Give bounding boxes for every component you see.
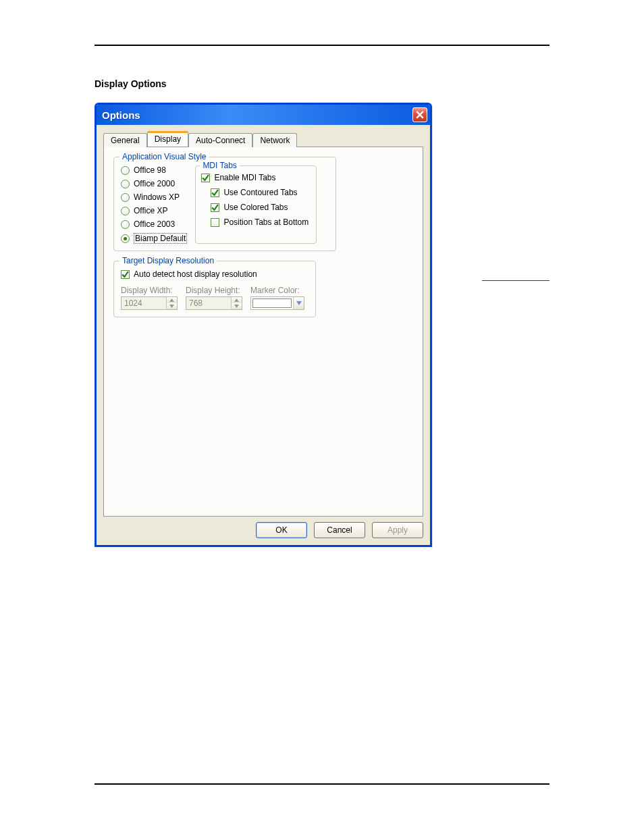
group-mdi-tabs: MDI Tabs Enable MDI Tabs [195,165,317,244]
label-marker-color: Marker Color: [250,286,304,295]
radio-biamp-default[interactable]: Biamp Default [121,233,187,244]
close-button[interactable] [412,107,427,122]
spinner-down[interactable] [232,303,242,309]
radio-icon [121,207,130,215]
checkbox-icon [211,218,219,227]
close-icon [416,111,424,119]
combo-marker-color[interactable] [250,296,304,310]
checkbox-icon [121,270,130,279]
spinner-display-height[interactable] [186,296,242,310]
chevron-up-icon [234,298,239,302]
visual-style-radios: Office 98 Office 2000 Windows XP [121,165,187,244]
radio-label: Office 98 [134,165,166,175]
checkbox-label: Use Colored Tabs [223,203,288,212]
checkbox-colored-tabs[interactable]: Use Colored Tabs [211,203,311,212]
radio-label: Office 2000 [134,179,175,188]
radio-office-98[interactable]: Office 98 [121,165,187,175]
checkbox-label: Position Tabs at Bottom [223,217,308,227]
radio-office-2003[interactable]: Office 2003 [121,219,187,229]
chevron-up-icon [169,298,174,302]
cancel-button[interactable]: Cancel [314,522,365,538]
color-swatch [252,298,292,308]
spinner-up[interactable] [232,297,242,303]
checkbox-auto-detect-resolution[interactable]: Auto detect host display resolution [121,269,308,279]
radio-windows-xp[interactable]: Windows XP [121,192,187,202]
dialog-button-row: OK Cancel Apply [97,517,430,545]
combo-dropdown-button[interactable] [293,297,304,309]
radio-office-2000[interactable]: Office 2000 [121,179,187,188]
tab-auto-connect[interactable]: Auto-Connect [188,133,252,147]
input-display-height[interactable] [186,297,231,309]
tab-display[interactable]: Display [147,131,188,147]
group-visual-style-legend: Application Visual Style [119,152,209,161]
group-mdi-legend: MDI Tabs [200,161,239,170]
radio-label: Office XP [134,206,167,215]
spinner-up[interactable] [167,297,177,303]
radio-icon [121,193,130,202]
checkbox-enable-mdi[interactable]: Enable MDI Tabs [201,173,311,182]
radio-icon [121,234,130,243]
label-display-width: Display Width: [121,286,178,295]
checkbox-label: Enable MDI Tabs [214,173,275,182]
radio-label: Biamp Default [134,233,187,244]
tab-network[interactable]: Network [252,133,297,147]
chevron-down-icon [169,305,174,308]
checkbox-label: Use Contoured Tabs [223,188,297,197]
checkbox-icon [211,188,219,197]
chevron-down-icon [296,301,302,305]
page-title: Display Options [95,78,549,89]
input-display-width[interactable] [122,297,166,309]
label-display-height: Display Height: [186,286,242,295]
radio-label: Office 2003 [134,219,175,229]
apply-button[interactable]: Apply [372,522,423,538]
radio-icon [121,180,130,188]
spinner-display-width[interactable] [121,296,178,310]
radio-label: Windows XP [134,192,180,202]
group-visual-style: Application Visual Style Office 98 Offic… [113,157,336,251]
checkbox-icon [201,174,210,182]
options-dialog: Options General Display Auto-Connect Net… [95,103,432,547]
checkbox-icon [211,203,219,212]
checkbox-tabs-bottom[interactable]: Position Tabs at Bottom [211,217,311,227]
group-target-resolution: Target Display Resolution Auto detect ho… [113,261,316,317]
radio-office-xp[interactable]: Office XP [121,206,187,215]
group-target-legend: Target Display Resolution [119,256,217,265]
tab-strip: General Display Auto-Connect Network [103,132,423,147]
radio-icon [121,220,130,229]
titlebar[interactable]: Options [97,105,430,125]
checkbox-label: Auto detect host display resolution [134,269,257,279]
checkbox-contoured-tabs[interactable]: Use Contoured Tabs [211,188,311,197]
chevron-down-icon [234,305,239,308]
radio-icon [121,166,130,175]
ok-button[interactable]: OK [256,522,307,538]
dialog-title: Options [102,109,140,121]
tab-general[interactable]: General [103,133,147,147]
spinner-down[interactable] [167,303,177,309]
background-link-fragment [482,280,549,281]
tab-panel-display: Application Visual Style Office 98 Offic… [103,147,423,517]
